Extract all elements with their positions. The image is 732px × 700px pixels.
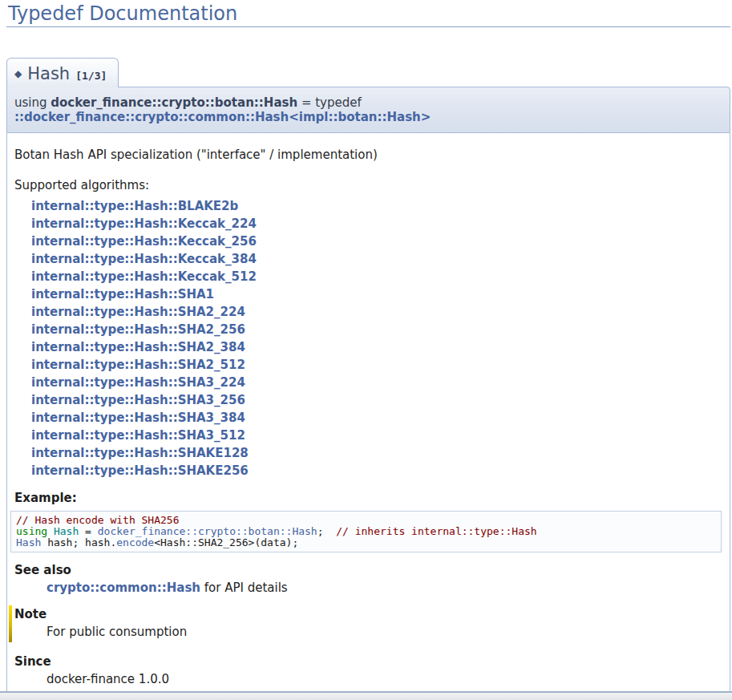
algorithm-link[interactable]: internal::type::Hash::SHA2_256: [31, 321, 722, 338]
since-text: docker-finance 1.0.0: [47, 672, 722, 686]
member-title-tab: ◆Hash[1/3]: [6, 58, 119, 87]
see-also-link[interactable]: crypto::common::Hash: [47, 581, 200, 595]
member-overload-index: [1/3]: [75, 70, 107, 82]
code-type-link[interactable]: docker_finance::crypto::botan::Hash: [98, 525, 317, 537]
code-alias: Hash: [54, 525, 79, 537]
algorithm-link[interactable]: internal::type::Hash::Keccak_384: [31, 250, 722, 268]
code-method-link[interactable]: encode: [116, 536, 154, 548]
code-block: // Hash encode with SHA256 using Hash = …: [10, 511, 722, 552]
proto-typedef-equals: = typedef: [297, 95, 362, 110]
since-section: Since docker-finance 1.0.0: [14, 654, 722, 686]
algorithm-link[interactable]: internal::type::Hash::Keccak_512: [31, 268, 722, 285]
algorithm-link[interactable]: internal::type::Hash::SHAKE256: [31, 462, 722, 479]
since-heading: Since: [14, 654, 722, 669]
code-line: Hash hash; hash.encode<Hash::SHA2_256>(d…: [16, 537, 716, 548]
algorithm-link[interactable]: internal::type::Hash::SHA2_224: [31, 303, 722, 321]
typedef-documentation-section: Typedef Documentation ◆Hash[1/3] using d…: [0, 0, 732, 695]
member-description: Botan Hash API specialization ("interfac…: [14, 135, 722, 162]
code-text: =: [79, 525, 97, 537]
algorithm-link[interactable]: internal::type::Hash::SHA1: [31, 285, 722, 303]
code-text: [47, 525, 54, 537]
algorithm-link[interactable]: internal::type::Hash::SHAKE128: [31, 444, 722, 462]
algorithm-link[interactable]: internal::type::Hash::SHA2_512: [31, 356, 722, 374]
note-heading: Note: [14, 607, 722, 621]
proto-target-type-link[interactable]: ::docker_finance::crypto::common::Hash<i…: [14, 110, 431, 124]
member-name: Hash: [27, 64, 70, 83]
algorithm-link[interactable]: internal::type::Hash::SHA3_224: [31, 374, 722, 391]
code-keyword: using: [16, 525, 47, 537]
see-also-section: See also crypto::common::Hash for API de…: [14, 563, 722, 595]
proto-qualified-name: docker_finance::crypto::botan::Hash: [51, 95, 297, 110]
page-footer-divider: [0, 691, 732, 700]
note-section: Note For public consumption: [9, 605, 722, 642]
code-type-link[interactable]: Hash: [16, 536, 41, 548]
code-text: hash; hash.: [41, 536, 116, 548]
see-also-heading: See also: [14, 563, 722, 577]
see-also-text: for API details: [200, 581, 288, 595]
see-also-content: crypto::common::Hash for API details: [47, 581, 722, 595]
proto-using-keyword: using: [14, 95, 51, 110]
code-line: using Hash = docker_finance::crypto::bot…: [16, 526, 716, 537]
member-prototype: using docker_finance::crypto::botan::Has…: [6, 87, 730, 133]
algorithm-link[interactable]: internal::type::Hash::Keccak_256: [31, 233, 722, 250]
member-documentation: Botan Hash API specialization ("interfac…: [6, 133, 730, 695]
algorithm-link[interactable]: internal::type::Hash::BLAKE2b: [31, 197, 722, 215]
page-title: Typedef Documentation: [6, 0, 730, 27]
note-text: For public consumption: [47, 625, 722, 639]
algorithm-link[interactable]: internal::type::Hash::SHA3_384: [31, 409, 722, 427]
member-item-hash: ◆Hash[1/3] using docker_finance::crypto:…: [6, 27, 730, 695]
code-line: // Hash encode with SHA256: [16, 515, 716, 526]
code-comment: // Hash encode with SHA256: [16, 514, 180, 526]
example-heading: Example:: [14, 491, 722, 505]
algorithm-link[interactable]: internal::type::Hash::SHA3_512: [31, 427, 722, 444]
algorithm-link[interactable]: internal::type::Hash::SHA2_384: [31, 338, 722, 356]
permalink-diamond-icon[interactable]: ◆: [14, 68, 22, 79]
algorithms-heading: Supported algorithms:: [14, 162, 722, 192]
code-text: <Hash::SHA2_256>(data);: [154, 536, 298, 548]
algorithm-link[interactable]: internal::type::Hash::Keccak_224: [31, 215, 722, 233]
code-comment: // inherits internal::type::Hash: [336, 525, 536, 537]
algorithm-list: internal::type::Hash::BLAKE2b internal::…: [31, 197, 722, 479]
algorithm-link[interactable]: internal::type::Hash::SHA3_256: [31, 391, 722, 409]
code-text: ;: [317, 525, 336, 537]
